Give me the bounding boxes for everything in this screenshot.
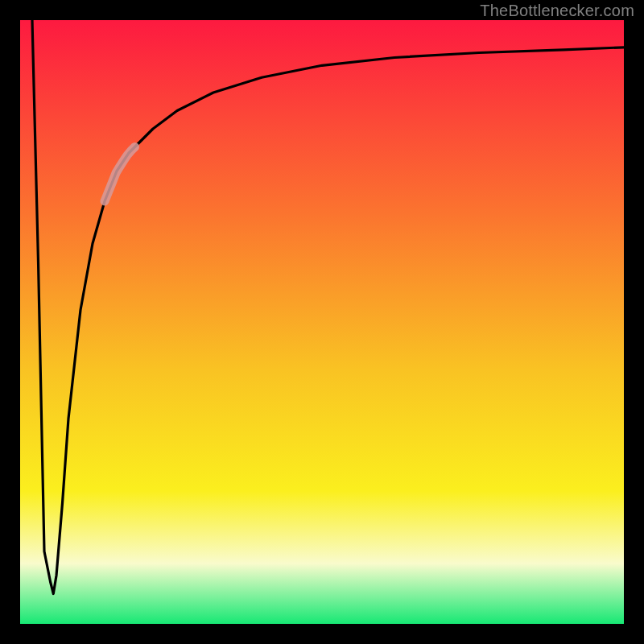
bottleneck-curve-line: [32, 20, 624, 594]
chart-frame: [18, 18, 626, 626]
bottleneck-chart: [20, 20, 624, 624]
bottleneck-curve-highlight: [105, 147, 135, 202]
